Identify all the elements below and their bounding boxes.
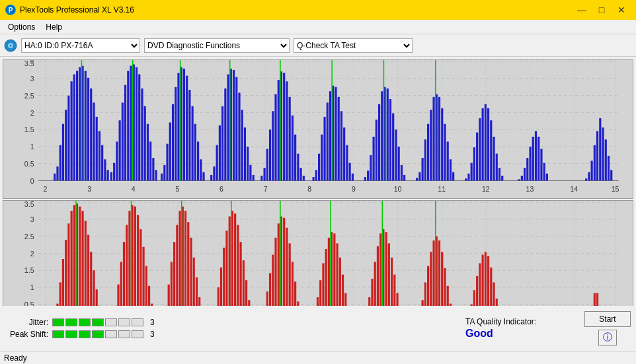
svg-rect-277	[71, 211, 73, 306]
svg-rect-99	[183, 69, 185, 181]
svg-rect-304	[151, 304, 153, 306]
drive-select[interactable]: HA:0 ID:0 PX-716A	[21, 38, 140, 53]
svg-rect-300	[139, 229, 141, 306]
svg-rect-303	[148, 286, 150, 306]
svg-rect-200	[496, 154, 498, 181]
svg-rect-208	[532, 137, 534, 181]
svg-rect-406	[476, 276, 478, 306]
svg-rect-274	[62, 259, 64, 306]
svg-rect-333	[240, 242, 242, 306]
svg-rect-158	[364, 177, 366, 180]
svg-text:3: 3	[30, 75, 34, 83]
main-content: 0 0.5 1 1.5 2 2.5 3 3.5 4 2 3 4	[0, 57, 636, 306]
svg-rect-223	[610, 170, 612, 180]
svg-rect-156	[352, 174, 354, 181]
svg-rect-393	[432, 240, 434, 306]
jitter-seg-6	[118, 318, 130, 326]
svg-rect-118	[238, 92, 240, 180]
svg-rect-348	[286, 228, 288, 306]
status-bar: Ready	[0, 351, 636, 364]
svg-rect-123	[253, 175, 255, 181]
svg-rect-176	[422, 158, 424, 180]
window-controls: — □ ✕	[573, 3, 631, 17]
peakshift-seg-4	[92, 330, 104, 338]
svg-rect-153	[343, 127, 345, 180]
svg-rect-177	[424, 139, 426, 180]
svg-rect-79	[127, 71, 129, 180]
svg-rect-100	[186, 76, 188, 181]
svg-rect-204	[521, 176, 523, 181]
svg-point-4	[10, 44, 12, 46]
svg-rect-174	[416, 178, 418, 180]
svg-rect-317	[190, 238, 192, 306]
svg-rect-130	[274, 94, 276, 181]
svg-rect-109	[213, 166, 215, 180]
svg-rect-390	[424, 283, 426, 306]
svg-rect-296	[128, 211, 130, 306]
svg-rect-351	[294, 282, 296, 306]
svg-rect-328	[225, 231, 227, 306]
svg-rect-92	[163, 165, 165, 181]
svg-rect-64	[87, 78, 89, 181]
svg-rect-143	[315, 170, 317, 180]
menu-help[interactable]: Help	[40, 21, 67, 33]
svg-rect-63	[85, 71, 87, 180]
svg-rect-273	[60, 283, 61, 306]
svg-rect-383	[396, 293, 398, 306]
svg-rect-199	[493, 137, 495, 181]
menu-options[interactable]: Options	[3, 21, 40, 33]
svg-text:1: 1	[30, 283, 34, 291]
peakshift-seg-3	[79, 330, 91, 338]
jitter-value: 3	[150, 318, 155, 327]
svg-rect-88	[152, 158, 154, 180]
svg-text:4: 4	[30, 201, 34, 203]
jitter-row: Jitter: 3	[5, 318, 452, 327]
svg-rect-275	[65, 240, 67, 306]
svg-rect-311	[173, 242, 175, 306]
svg-rect-376	[377, 246, 379, 306]
svg-rect-91	[161, 174, 163, 181]
svg-text:3: 3	[87, 184, 91, 192]
maximize-button[interactable]: □	[592, 3, 611, 17]
start-button[interactable]: Start	[584, 311, 631, 327]
svg-rect-114	[227, 74, 229, 180]
window-title: PlexTools Professional XL V3.16	[20, 5, 134, 15]
svg-rect-179	[430, 110, 432, 180]
svg-rect-127	[266, 149, 268, 180]
svg-rect-413	[496, 299, 498, 306]
function-select[interactable]: DVD Diagnostic Functions	[144, 38, 290, 53]
svg-rect-382	[393, 275, 395, 306]
test-select[interactable]: Q-Check TA Test	[294, 38, 413, 53]
svg-rect-189	[465, 178, 467, 180]
svg-text:1.5: 1.5	[24, 126, 34, 133]
svg-rect-302	[145, 266, 147, 306]
svg-rect-283	[87, 235, 89, 306]
svg-rect-349	[289, 244, 291, 306]
svg-rect-193	[476, 132, 478, 180]
svg-rect-147	[327, 102, 329, 180]
drive-icon	[4, 39, 17, 52]
close-button[interactable]: ✕	[612, 3, 631, 17]
svg-rect-164	[381, 91, 383, 180]
minimize-button[interactable]: —	[573, 3, 591, 17]
svg-rect-196	[485, 104, 487, 181]
svg-rect-59	[73, 74, 75, 180]
svg-rect-220	[602, 127, 604, 180]
info-button[interactable]: ⓘ	[598, 330, 617, 346]
svg-rect-395	[438, 240, 440, 306]
svg-rect-104	[197, 141, 199, 180]
peakshift-value: 3	[150, 330, 155, 339]
svg-rect-190	[467, 174, 469, 181]
jitter-seg-2	[65, 318, 77, 326]
peakshift-label: Peak Shift:	[5, 330, 48, 339]
svg-rect-399	[450, 304, 452, 306]
svg-rect-396	[441, 252, 443, 306]
svg-rect-131	[278, 80, 280, 180]
svg-rect-213	[546, 174, 548, 181]
svg-rect-380	[388, 244, 390, 306]
svg-rect-293	[120, 262, 122, 306]
svg-text:2.5: 2.5	[24, 233, 34, 240]
svg-rect-211	[540, 149, 542, 180]
svg-text:7: 7	[264, 184, 268, 192]
svg-rect-128	[269, 129, 271, 180]
